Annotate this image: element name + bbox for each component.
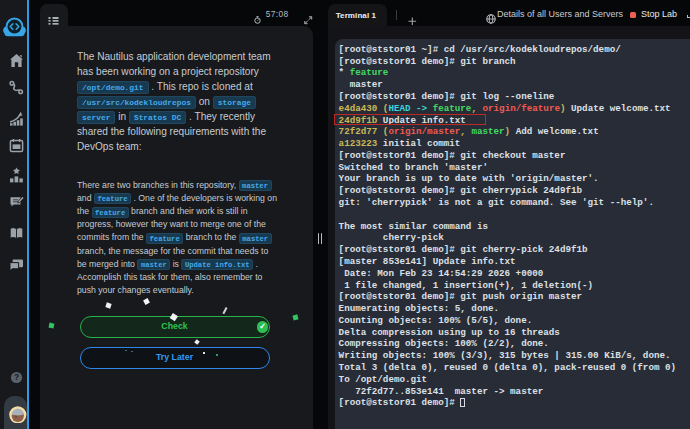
svg-text:?: ? [14, 372, 19, 382]
